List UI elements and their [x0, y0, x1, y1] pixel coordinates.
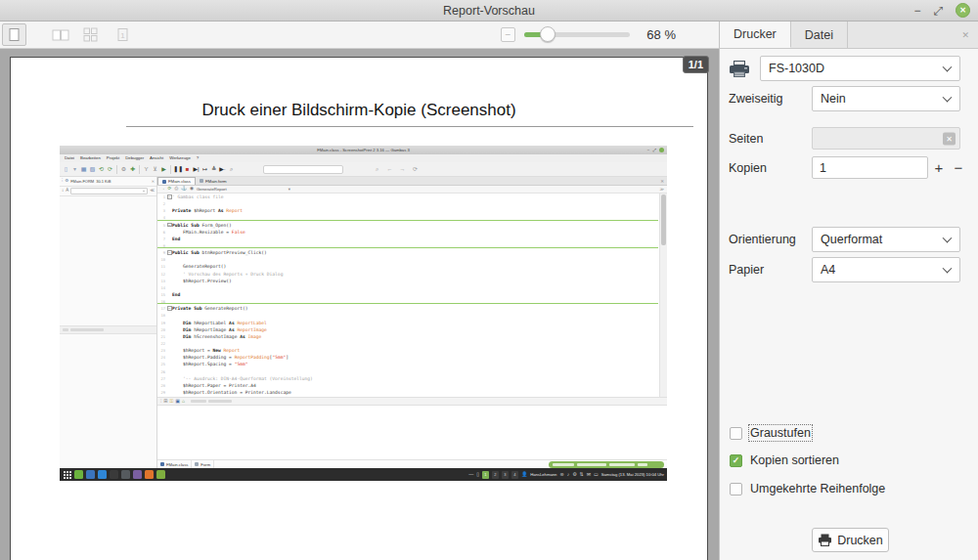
- window-title: Report-Vorschau: [443, 4, 535, 18]
- single-page-view-icon[interactable]: [2, 23, 26, 46]
- code-line: 14: [157, 284, 658, 291]
- line-number: 17: [157, 305, 166, 312]
- code-text: Dim hScreenshotImage As Image: [172, 333, 261, 340]
- taskbar-app-icon: [110, 470, 118, 479]
- grid-icon: ⊞: [163, 399, 167, 404]
- main-area: 1/1 Druck einer Bildschirm-Kopie (Screen…: [0, 49, 978, 560]
- ide-sidebar: ⫶ ⚙ FMain.FORM 30.1 KiB ✕ ↕ A ≪: [60, 177, 157, 468]
- zoom-slider-knob[interactable]: [540, 26, 556, 42]
- print-button-label: Drucken: [837, 534, 883, 547]
- grid-view-icon[interactable]: [78, 23, 103, 46]
- preview-area[interactable]: 1/1 Druck einer Bildschirm-Kopie (Screen…: [0, 49, 719, 560]
- zoom-slider[interactable]: [524, 32, 630, 37]
- ide-menu-ansicht: Ansicht: [150, 154, 163, 162]
- file-tab-label: Form: [200, 462, 210, 467]
- form-file-icon: [195, 462, 199, 466]
- zoom-out-button[interactable]: −: [501, 27, 515, 42]
- refresh-icon: ⟳: [411, 164, 420, 175]
- copies-input[interactable]: 1: [812, 156, 928, 179]
- taskbar-app-icon: [156, 470, 165, 479]
- form-file-icon: [200, 179, 203, 183]
- code-line: 25 $hReport.Spacing = "5mm": [157, 361, 658, 367]
- editor-scrollbar: [659, 194, 667, 397]
- pages-input: ✕: [812, 127, 960, 150]
- minimize-icon[interactable]: −: [913, 5, 920, 17]
- code-line: 6 FMain.Resizable = False: [157, 229, 658, 236]
- code-line: 19 Dim hReportLabel As ReportLabel: [157, 320, 658, 326]
- code-line: 1−' Gambas class file: [157, 194, 658, 200]
- ide-window-controls: − ⤢: [647, 148, 664, 152]
- close-icon[interactable]: ✕: [956, 3, 970, 18]
- paper-label: Papier: [729, 263, 764, 277]
- checkbox-label-kopien-sortieren: Kopien sortieren: [750, 453, 839, 467]
- copies-row: Kopien 1 + −: [720, 156, 978, 179]
- print-settings-panel: FS-1030D Zweiseitig Nein Seiten ✕: [719, 49, 978, 560]
- chevron-down-icon: [943, 234, 953, 243]
- code-line: 28 $hReport.Paper = Printer.A4: [157, 382, 658, 389]
- save-icon: ▦: [79, 164, 88, 175]
- duplex-select[interactable]: Nein: [812, 86, 960, 111]
- code-text: $hReport.Padding = ReportPadding["5mm"]: [172, 354, 289, 361]
- printer-row: FS-1030D: [720, 56, 978, 81]
- line-number: 5: [157, 222, 166, 229]
- restore-icon[interactable]: ⤢: [933, 5, 943, 17]
- code-text: ' Gambas class file: [172, 194, 224, 200]
- tab-drucker[interactable]: Drucker: [720, 22, 791, 48]
- line-number: 19: [157, 320, 166, 326]
- line-number: 1: [157, 194, 166, 200]
- line-number: 15: [157, 291, 166, 298]
- undo-icon: ⟲: [97, 164, 106, 175]
- checkbox-kopien-sortieren[interactable]: ✓: [730, 454, 742, 467]
- panel-close-icon[interactable]: ✕: [961, 30, 969, 40]
- line-number: 12: [157, 271, 166, 278]
- editor-tab-fmain-form: FMain.form: [196, 177, 231, 185]
- line-number: 10: [157, 256, 166, 263]
- sidebar-close-icon: ✕: [152, 179, 155, 184]
- ide-titlebar: FMain.class - ScreenshotPrint 2 3.16 — G…: [60, 146, 667, 154]
- print-button[interactable]: Drucken: [812, 528, 889, 552]
- sidebar-section-row: [60, 325, 156, 334]
- printer-select[interactable]: FS-1030D: [760, 56, 960, 81]
- printer-icon: [728, 60, 751, 81]
- line-number: 23: [157, 347, 166, 354]
- workspace-2: 2: [492, 471, 499, 479]
- chevron-down-icon: ▾: [289, 187, 290, 192]
- lock-icon: ⚿: [169, 399, 173, 404]
- checkbox-label-umgekehrte-reihenfolge: Umgekehrte Reihenfolge: [750, 482, 885, 495]
- goto-icon: →: [160, 187, 165, 192]
- checkbox-umgekehrte-reihenfolge[interactable]: [730, 483, 742, 495]
- orientation-row: Orientierung Querformat: [720, 227, 978, 252]
- line-number: 20: [157, 326, 166, 333]
- taskbar-app-icon: [98, 470, 107, 479]
- embedded-ide-screenshot: FMain.class - ScreenshotPrint 2 3.16 — G…: [60, 146, 667, 481]
- tab-datei[interactable]: Datei: [791, 22, 848, 48]
- until-icon: ▶·: [218, 164, 227, 175]
- copies-increment-button[interactable]: +: [931, 156, 947, 179]
- copies-decrement-button[interactable]: −: [951, 156, 966, 179]
- paper-select[interactable]: A4: [812, 257, 960, 282]
- line-number: 18: [157, 312, 166, 319]
- zoom-controls: − 68 % +: [501, 22, 756, 48]
- ide-restore-icon: ⤢: [652, 148, 656, 152]
- code-line: 5−Public Sub Form_Open(): [157, 222, 658, 229]
- code-text: Private Sub GenerateReport(): [172, 305, 247, 312]
- checkbox-graustufen[interactable]: [730, 427, 742, 440]
- fold-icon: −: [167, 223, 172, 228]
- code-line: 3Private $hReport As Report: [157, 207, 658, 214]
- redo-icon: ⟳: [106, 164, 114, 175]
- first-page-view-icon[interactable]: 1: [111, 23, 135, 46]
- orientation-select[interactable]: Querformat: [812, 227, 960, 252]
- run-icon: ▶: [159, 164, 168, 175]
- back-icon: ←: [385, 164, 394, 175]
- line-number: 11: [157, 263, 166, 270]
- line-number: 24: [157, 354, 166, 361]
- facing-pages-view-icon[interactable]: [48, 23, 72, 46]
- code-text: Dim hReportLabel As ReportLabel: [172, 320, 267, 326]
- tray-icon: ♪: [567, 472, 570, 477]
- code-line: 29 $hReport.Orientation = Printer.Landsc…: [157, 389, 658, 396]
- tray-icon: —: [468, 472, 473, 477]
- printer-select-value: FS-1030D: [769, 62, 824, 75]
- stop-icon: ■: [183, 164, 192, 175]
- ide-breadcrumb: → ⟳ ⎙ ⚓ ◉ GenerateReport ▾ ≫: [157, 186, 667, 194]
- taskbar-tray: —▯1234👤 HansLehmann ⊜♪⚙⇅✉▭ Samstag (13. …: [468, 471, 664, 479]
